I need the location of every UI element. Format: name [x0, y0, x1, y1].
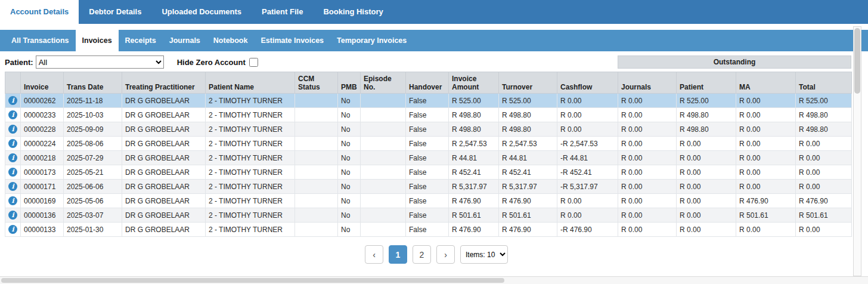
info-icon-cell: i — [5, 208, 21, 223]
sub-tab-bar: All TransactionsInvoicesReceiptsJournals… — [0, 30, 868, 51]
cell-ma: R 0.00 — [736, 94, 796, 108]
table-row[interactable]: i000002332025-10-03DR G GROBELAAR2 - TIM… — [5, 108, 852, 122]
cell-treating-practitioner: DR G GROBELAAR — [122, 137, 206, 151]
top-tab-bar: Account DetailsDebtor DetailsUploaded Do… — [0, 0, 868, 24]
cell-handover: False — [406, 180, 449, 194]
cell-turnover: R 44.81 — [499, 151, 557, 165]
table-row[interactable]: i000001692025-05-06DR G GROBELAAR2 - TIM… — [5, 194, 852, 208]
table-row[interactable]: i000002282025-09-09DR G GROBELAAR2 - TIM… — [5, 122, 852, 137]
table-row[interactable]: i000001712025-06-06DR G GROBELAAR2 - TIM… — [5, 180, 852, 194]
cell-ma: R 0.00 — [736, 223, 796, 237]
col-header-total[interactable]: Total — [796, 72, 852, 94]
cell-turnover: R 5,317.97 — [499, 180, 557, 194]
cell-total: R 0.00 — [796, 151, 852, 165]
info-icon[interactable]: i — [8, 139, 17, 148]
patient-filter-label: Patient: — [5, 58, 33, 67]
cell-episode-no — [361, 165, 406, 180]
table-row[interactable]: i000001362025-03-07DR G GROBELAAR2 - TIM… — [5, 208, 852, 223]
cell-invoice-amount: R 501.61 — [449, 208, 499, 223]
cell-treating-practitioner: DR G GROBELAAR — [122, 94, 206, 108]
items-per-page-select[interactable]: Items: 10 — [460, 245, 508, 264]
vertical-scrollbar-thumb[interactable] — [854, 28, 860, 94]
col-header-turnover[interactable]: Turnover — [499, 72, 557, 94]
col-header-treating-practitioner[interactable]: Treating Practitioner — [122, 72, 206, 94]
sub-tab-journals[interactable]: Journals — [163, 30, 207, 51]
sub-tab-invoices[interactable]: Invoices — [76, 30, 119, 51]
info-icon[interactable]: i — [8, 196, 17, 205]
info-icon[interactable]: i — [8, 168, 17, 177]
table-row[interactable]: i000001332025-01-30DR G GROBELAAR2 - TIM… — [5, 223, 852, 237]
info-icon[interactable]: i — [8, 182, 17, 191]
table-row[interactable]: i000002242025-08-06DR G GROBELAAR2 - TIM… — [5, 137, 852, 151]
cell-invoice: 00000171 — [21, 180, 64, 194]
cell-treating-practitioner: DR G GROBELAAR — [122, 151, 206, 165]
sub-tab-notebook[interactable]: Notebook — [207, 30, 255, 51]
cell-journals: R 0.00 — [618, 208, 677, 223]
cell-cashflow: R 0.00 — [557, 94, 618, 108]
sub-tab-estimate-invoices[interactable]: Estimate Invoices — [254, 30, 330, 51]
col-header-patient-name[interactable]: Patient Name — [206, 72, 295, 94]
sub-tab-receipts[interactable]: Receipts — [119, 30, 163, 51]
info-icon[interactable]: i — [8, 225, 17, 234]
cell-episode-no — [361, 94, 406, 108]
cell-invoice-amount: R 452.41 — [449, 165, 499, 180]
info-icon[interactable]: i — [8, 110, 17, 119]
table-row[interactable]: i000002182025-07-29DR G GROBELAAR2 - TIM… — [5, 151, 852, 165]
info-icon-cell: i — [5, 137, 21, 151]
top-tab-debtor-details[interactable]: Debtor Details — [79, 0, 151, 24]
col-header-journals[interactable]: Journals — [618, 72, 677, 94]
cell-episode-no — [361, 137, 406, 151]
col-header-invoice-amount[interactable]: Invoice Amount — [449, 72, 499, 94]
cell-patient: R 0.00 — [677, 180, 736, 194]
col-header-ccm-status[interactable]: CCM Status — [295, 72, 338, 94]
page: Account DetailsDebtor DetailsUploaded Do… — [0, 0, 868, 264]
info-icon-cell: i — [5, 122, 21, 137]
top-tab-booking-history[interactable]: Booking History — [313, 0, 393, 24]
info-icon-cell: i — [5, 194, 21, 208]
hide-zero-checkbox[interactable] — [249, 58, 258, 67]
cell-turnover: R 525.00 — [499, 94, 557, 108]
col-header-episode-no[interactable]: Episode No. — [361, 72, 406, 94]
cell-ccm-status — [295, 151, 338, 165]
next-page-button[interactable]: › — [436, 245, 455, 264]
cell-ma: R 0.00 — [736, 151, 796, 165]
col-header-trans-date[interactable]: Trans Date — [64, 72, 122, 94]
col-header-invoice[interactable]: Invoice — [21, 72, 64, 94]
col-header-patient[interactable]: Patient — [677, 72, 736, 94]
cell-pmb: No — [338, 94, 361, 108]
sub-tab-all-transactions[interactable]: All Transactions — [5, 30, 76, 51]
cell-ma: R 0.00 — [736, 180, 796, 194]
info-icon[interactable]: i — [8, 96, 17, 105]
cell-patient-name: 2 - TIMOTHY TURNER — [206, 180, 295, 194]
cell-patient-name: 2 - TIMOTHY TURNER — [206, 208, 295, 223]
col-header-ma[interactable]: MA — [736, 72, 796, 94]
cell-trans-date: 2025-06-06 — [64, 180, 122, 194]
patient-select[interactable]: All — [36, 55, 164, 69]
col-header-pmb[interactable]: PMB — [338, 72, 361, 94]
cell-episode-no — [361, 194, 406, 208]
cell-ma: R 0.00 — [736, 137, 796, 151]
horizontal-scrollbar[interactable] — [0, 276, 868, 284]
prev-page-button[interactable]: ‹ — [365, 245, 383, 264]
horizontal-scrollbar-thumb[interactable] — [1, 278, 504, 283]
cell-turnover: R 501.61 — [499, 208, 557, 223]
top-tab-patient-file[interactable]: Patient File — [252, 0, 313, 24]
top-tab-account-details[interactable]: Account Details — [0, 0, 79, 24]
cell-cashflow: R 0.00 — [557, 108, 618, 122]
cell-total: R 498.80 — [796, 122, 852, 137]
page-button-2[interactable]: 2 — [413, 245, 431, 264]
table-row[interactable]: i000001732025-05-21DR G GROBELAAR2 - TIM… — [5, 165, 852, 180]
col-header-cashflow[interactable]: Cashflow — [557, 72, 618, 94]
top-tab-uploaded-documents[interactable]: Uploaded Documents — [151, 0, 252, 24]
table-row[interactable]: i000002622025-11-18DR G GROBELAAR2 - TIM… — [5, 94, 852, 108]
sub-tab-temporary-invoices[interactable]: Temporary Invoices — [330, 30, 413, 51]
info-icon[interactable]: i — [8, 125, 17, 134]
cell-cashflow: -R 2,547.53 — [557, 137, 618, 151]
page-button-1[interactable]: 1 — [389, 245, 407, 264]
info-icon[interactable]: i — [8, 211, 17, 220]
info-icon[interactable]: i — [8, 153, 17, 162]
cell-ma: R 0.00 — [736, 122, 796, 137]
vertical-scrollbar[interactable] — [853, 26, 861, 276]
cell-ccm-status — [295, 208, 338, 223]
col-header-handover[interactable]: Handover — [406, 72, 449, 94]
